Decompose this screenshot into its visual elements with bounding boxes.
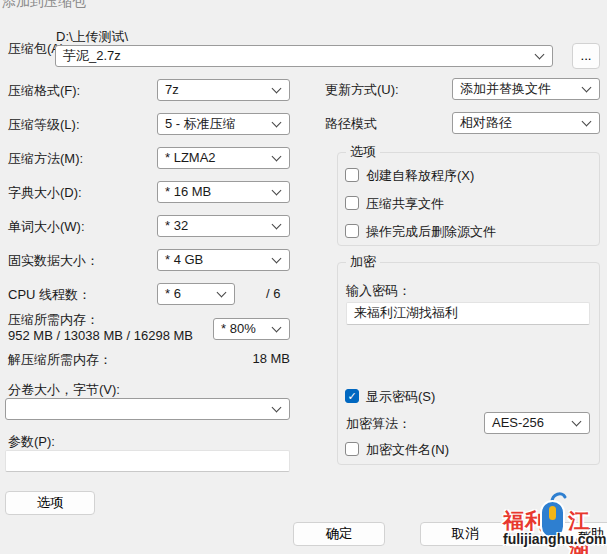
memory-compress-detail: 952 MB / 13038 MB / 16298 MB: [8, 328, 193, 343]
parameters-input[interactable]: [5, 450, 290, 472]
encryption-method-value: AES-256: [492, 415, 544, 430]
delete-after-checkbox[interactable]: [345, 224, 359, 238]
chevron-down-icon: [217, 288, 227, 298]
password-input[interactable]: 来福利江湖找福利: [346, 302, 590, 325]
format-value: 7z: [165, 82, 179, 97]
memory-decompress-value: 18 MB: [210, 351, 290, 366]
encrypt-names-checkbox-row[interactable]: 加密文件名(N): [345, 441, 585, 457]
archive-name-value: 芋泥_2.7z: [63, 48, 121, 63]
cpu-threads-max: / 6: [266, 286, 280, 301]
shared-files-checkbox-label: 压缩共享文件: [366, 195, 444, 213]
sfx-checkbox-row[interactable]: 创建自释放程序(X): [345, 167, 595, 183]
format-label: 压缩格式(F):: [8, 82, 80, 100]
method-label: 压缩方法(M):: [8, 150, 83, 168]
cpu-threads-label: CPU 线程数：: [8, 286, 91, 304]
chevron-down-icon: [272, 186, 282, 196]
memory-percent-combobox[interactable]: * 80%: [213, 318, 290, 340]
watermark: 福利 江湖 fulijianghu.com: [500, 490, 607, 554]
encryption-method-combobox[interactable]: AES-256: [484, 412, 590, 434]
watermark-domain: fulijianghu.com: [503, 531, 606, 547]
update-mode-combobox[interactable]: 添加并替换文件: [452, 78, 600, 100]
word-size-combobox[interactable]: * 32: [157, 215, 290, 237]
chevron-down-icon: [272, 118, 282, 128]
level-value: 5 - 标准压缩: [165, 116, 236, 131]
dictionary-label: 字典大小(D):: [8, 184, 82, 202]
path-mode-label: 路径模式: [325, 115, 377, 133]
volume-size-label: 分卷大小，字节(V):: [8, 381, 120, 399]
shared-files-checkbox[interactable]: [345, 196, 359, 210]
options-group-title: 选项: [346, 144, 380, 160]
word-size-value: * 32: [165, 218, 188, 233]
memory-decompress-label: 解压缩所需内存：: [8, 351, 112, 369]
sfx-checkbox-label: 创建自释放程序(X): [366, 167, 474, 185]
path-mode-combobox[interactable]: 相对路径: [452, 112, 600, 134]
chevron-down-icon: [535, 50, 545, 60]
encryption-group-title: 加密: [346, 254, 380, 270]
cancel-button[interactable]: 取消: [420, 522, 510, 546]
password-value: 来福利江湖找福利: [354, 305, 458, 320]
memory-compress-label: 压缩所需内存：: [8, 311, 99, 329]
chevron-down-icon: [272, 254, 282, 264]
encryption-method-label: 加密算法：: [346, 415, 411, 433]
solid-block-value: * 4 GB: [165, 252, 203, 267]
ok-button[interactable]: 确定: [293, 522, 385, 546]
chevron-down-icon: [272, 84, 282, 94]
chevron-down-icon: [272, 403, 282, 413]
chevron-down-icon: [582, 83, 592, 93]
level-combobox[interactable]: 5 - 标准压缩: [157, 113, 290, 135]
encrypt-names-checkbox-label: 加密文件名(N): [366, 441, 449, 459]
volume-size-combobox[interactable]: [5, 398, 290, 420]
dictionary-value: * 16 MB: [165, 184, 211, 199]
window-title: 添加到压缩包: [2, 0, 86, 11]
update-mode-label: 更新方式(U):: [325, 81, 399, 99]
browse-button[interactable]: ...: [572, 43, 600, 69]
path-mode-value: 相对路径: [460, 115, 512, 130]
chevron-down-icon: [272, 323, 282, 333]
update-mode-value: 添加并替换文件: [460, 81, 551, 96]
show-password-checkbox[interactable]: ✓: [345, 389, 359, 403]
parameters-label: 参数(P):: [8, 433, 55, 451]
level-label: 压缩等级(L):: [8, 116, 80, 134]
archive-directory: D:\上传测试\: [56, 28, 128, 46]
solid-block-label: 固实数据大小：: [8, 252, 99, 270]
options-button[interactable]: 选项: [5, 491, 95, 515]
shared-files-checkbox-row[interactable]: 压缩共享文件: [345, 195, 595, 211]
solid-block-combobox[interactable]: * 4 GB: [157, 249, 290, 271]
chevron-down-icon: [272, 220, 282, 230]
cpu-threads-value: * 6: [165, 286, 181, 301]
password-label: 输入密码：: [346, 282, 411, 300]
dictionary-combobox[interactable]: * 16 MB: [157, 181, 290, 203]
archive-name-combobox[interactable]: 芋泥_2.7z: [55, 45, 553, 67]
show-password-checkbox-row[interactable]: ✓ 显示密码(S): [345, 388, 585, 404]
encrypt-names-checkbox[interactable]: [345, 442, 359, 456]
word-size-label: 单词大小(W):: [8, 218, 85, 236]
add-to-archive-dialog: 添加到压缩包 压缩包(A) D:\上传测试\ 芋泥_2.7z ... 压缩格式(…: [0, 0, 607, 554]
chevron-down-icon: [582, 117, 592, 127]
format-combobox[interactable]: 7z: [157, 79, 290, 101]
show-password-checkbox-label: 显示密码(S): [366, 388, 435, 406]
cpu-threads-combobox[interactable]: * 6: [157, 283, 235, 305]
chevron-down-icon: [272, 152, 282, 162]
chevron-down-icon: [572, 417, 582, 427]
memory-percent-value: * 80%: [221, 321, 256, 336]
sfx-checkbox[interactable]: [345, 168, 359, 182]
delete-after-checkbox-label: 操作完成后删除源文件: [366, 223, 496, 241]
method-combobox[interactable]: * LZMA2: [157, 147, 290, 169]
method-value: * LZMA2: [165, 150, 216, 165]
delete-after-checkbox-row[interactable]: 操作完成后删除源文件: [345, 223, 595, 239]
